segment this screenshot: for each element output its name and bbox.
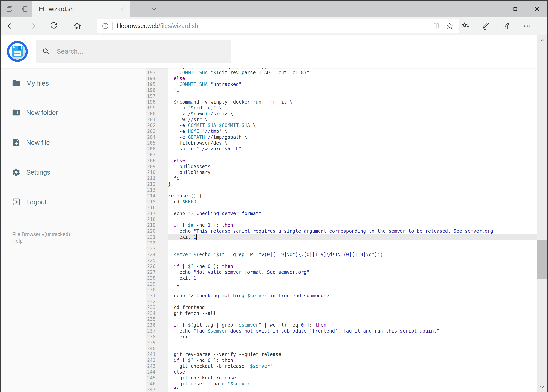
set-tabs-aside-button[interactable] [19, 1, 30, 17]
sidebar-item-new-folder[interactable]: New folder [0, 105, 146, 120]
home-icon [73, 21, 82, 30]
scroll-up-button[interactable] [537, 36, 547, 45]
code-line[interactable]: 235 [146, 316, 537, 322]
code-line[interactable]: 200 -v /$(pwd):/src:z \ [146, 111, 537, 117]
code-line[interactable]: 239 fi [146, 340, 537, 346]
code-line[interactable]: 193 COMMIT_SHA="$(git rev-parse HEAD | c… [146, 70, 537, 76]
code-line[interactable]: 241 git rev-parse --verify --quiet relea… [146, 351, 537, 357]
code-line[interactable]: 247 fi [146, 387, 537, 392]
code-line[interactable]: 230 [146, 287, 537, 293]
code-line[interactable]: 209 buildAssets [146, 164, 537, 169]
code-line[interactable]: 219 if [ $# -ne 1 ]; then [146, 222, 537, 228]
code-line[interactable]: 195 COMMIT_SHA="untracked" [146, 81, 537, 87]
code-line[interactable]: 199 -u "$(id -u)" \ [146, 105, 537, 111]
search-input[interactable] [56, 48, 231, 55]
sidebar-item-settings[interactable]: Settings [0, 164, 146, 180]
code-line[interactable]: 194 else [146, 76, 537, 81]
code-line[interactable]: 204 -e GOPATH=//tmp/gopath \ [146, 134, 537, 140]
fold-gutter [156, 158, 168, 164]
code-line[interactable]: 218 [146, 217, 537, 222]
code-line[interactable]: 229 fi [146, 281, 537, 287]
code-line[interactable]: 237 echo "Tag $semver does not exist in … [146, 328, 537, 334]
scrollbar-thumb[interactable] [537, 240, 547, 280]
code-line[interactable]: 226 if [ $? -ne 0 ]; then [146, 263, 537, 269]
sidebar-divider [0, 155, 146, 155]
code-line[interactable]: 246 git reset --hard "$semver" [146, 381, 537, 387]
code-editor[interactable]: 192 if [ "$(command -v git)" != "" ]; th… [146, 68, 537, 392]
refresh-button[interactable] [48, 17, 60, 35]
reading-view-button[interactable] [432, 22, 440, 30]
code-line[interactable]: 223 [146, 246, 537, 252]
line-number: 200 [146, 111, 156, 117]
code-line[interactable]: 228 exit 1 [146, 275, 537, 281]
code-line[interactable]: 202 -e COMMIT_SHA=$COMMIT_SHA \ [146, 123, 537, 128]
tab-close-icon[interactable] [120, 6, 125, 12]
code-line[interactable]: 243 git checkout -b release "$semver" [146, 363, 537, 369]
code-line[interactable]: 242 if [ $? -ne 0 ]; then [146, 357, 537, 363]
minimize-button[interactable] [482, 1, 504, 17]
code-line[interactable]: 211 fi [146, 175, 537, 181]
code-line[interactable]: 212} [146, 181, 537, 187]
code-line[interactable]: 198 $(command -v winpty) docker run --rm… [146, 99, 537, 105]
code-line[interactable]: 197 [146, 93, 537, 99]
favorite-star-button[interactable] [445, 22, 454, 30]
code-line[interactable]: 210 buildBinary [146, 169, 537, 175]
code-line[interactable]: 234 git fetch --all [146, 310, 537, 316]
code-text: fi [168, 240, 179, 246]
code-line[interactable]: 236 if [ $(git tag | grep "$semver" | wc… [146, 322, 537, 328]
share-page-button[interactable] [500, 17, 512, 35]
page-scrollbar[interactable] [537, 35, 547, 392]
url-bar[interactable]: filebrowser.web/files/wizard.sh [97, 19, 459, 33]
search-bar[interactable] [36, 40, 231, 63]
code-line[interactable]: 238 exit 1 [146, 334, 537, 340]
code-line[interactable]: 224 semver=$(echo "$1" | grep -P '^v(0|[… [146, 252, 537, 258]
hub-button[interactable] [460, 17, 472, 35]
sidebar-item-new-file[interactable]: New file [0, 135, 146, 150]
forward-button[interactable] [26, 17, 38, 35]
code-line[interactable]: 208 else [146, 158, 537, 164]
new-tab-button[interactable] [135, 1, 146, 17]
code-line[interactable]: 214▾release () { [146, 193, 537, 199]
code-line[interactable]: 244 else [146, 369, 537, 375]
scroll-down-button[interactable] [537, 383, 547, 391]
tab-preview-button[interactable] [4, 1, 15, 17]
code-line[interactable]: 206 sh -c "./wizard.sh -b" [146, 146, 537, 152]
code-line[interactable]: 205 filebrowser/dev \ [146, 140, 537, 146]
maximize-button[interactable] [504, 1, 526, 17]
code-text: echo "Tag $semver does not exist in subm… [168, 328, 439, 334]
filebrowser-logo[interactable] [7, 41, 28, 62]
code-line[interactable]: 196 fi [146, 87, 537, 93]
code-line[interactable]: 207 [146, 152, 537, 158]
code-line[interactable]: 201 -w //src \ [146, 117, 537, 123]
sidebar-item-logout[interactable]: Logout [0, 194, 146, 210]
home-button[interactable] [71, 17, 83, 35]
close-window-button[interactable] [526, 1, 548, 17]
code-line[interactable]: 220 echo "This release script requires a… [146, 228, 537, 234]
code-line[interactable]: 222 fi [146, 240, 537, 246]
code-line[interactable]: 245 git checkout release [146, 375, 537, 381]
site-info-icon[interactable] [102, 22, 109, 30]
code-line[interactable]: 192 if [ "$(command -v git)" != "" ]; th… [146, 68, 537, 70]
code-line[interactable]: 203 -e HOME="//tmp" \ [146, 128, 537, 134]
annotate-button[interactable] [479, 17, 491, 35]
code-line[interactable]: 216 [146, 205, 537, 210]
code-line[interactable]: 215 cd $REPO [146, 199, 537, 205]
more-options-button[interactable] [521, 17, 533, 35]
code-line[interactable]: 240 [146, 346, 537, 351]
fold-marker-icon[interactable]: ▾ [156, 193, 168, 199]
code-line[interactable]: 217 echo "> Checking semver format" [146, 210, 537, 217]
code-line[interactable]: 231 echo "> Checking matching $semver in… [146, 293, 537, 299]
code-line[interactable]: 213 [146, 187, 537, 193]
code-line[interactable]: 227 echo "Not valid semver format. See s… [146, 269, 537, 275]
sidebar-item-my-files[interactable]: My files [0, 75, 146, 91]
tab-list-chevron-button[interactable] [148, 1, 159, 17]
code-line[interactable]: 221 exit 1 [146, 234, 537, 240]
code-text: git fetch --all [168, 310, 216, 316]
help-link[interactable]: Help [12, 238, 70, 244]
back-button[interactable] [5, 17, 17, 35]
code-line[interactable]: 225 [146, 258, 537, 263]
code-line[interactable]: 232 [146, 299, 537, 305]
code-line[interactable]: 233 cd frontend [146, 305, 537, 310]
fold-gutter [156, 240, 168, 246]
browser-tab[interactable]: wizard.sh [33, 1, 130, 17]
